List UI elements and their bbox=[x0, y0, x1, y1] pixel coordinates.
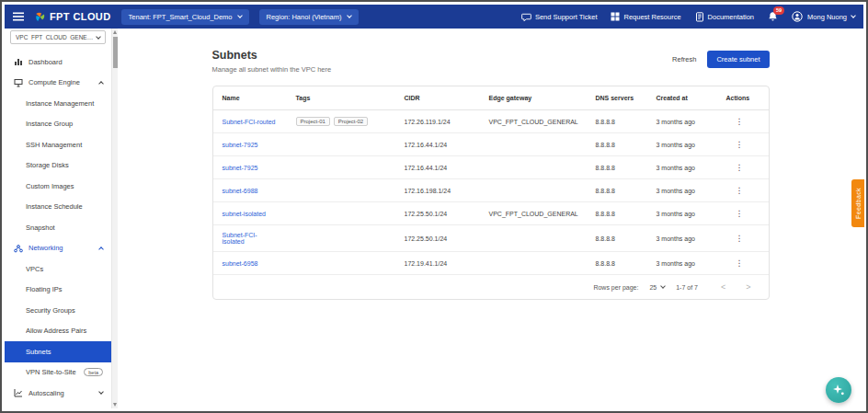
sidebar-item-label: Custom Images bbox=[26, 182, 103, 190]
tag-pill: Project-02 bbox=[334, 117, 368, 126]
beta-badge: beta bbox=[84, 368, 103, 376]
cidr-cell: 172.25.50.1/24 bbox=[395, 225, 480, 252]
sidebar-item-allow-address-pairs[interactable]: Allow Address Pairs bbox=[5, 321, 111, 342]
sidebar-item-ssh-management[interactable]: SSH Management bbox=[5, 134, 111, 155]
vpc-selector[interactable]: VPC_FPT_CLOUD_GENERAL bbox=[10, 30, 106, 44]
sidebar-item-vpn-site-to-site[interactable]: VPN Site-to-Sitebeta bbox=[5, 362, 111, 384]
edge-gateway-cell bbox=[480, 252, 587, 275]
sidebar: VPC_FPT_CLOUD_GENERAL DashboardCompute E… bbox=[5, 29, 111, 408]
create-subnet-button[interactable]: Create subnet bbox=[707, 51, 769, 68]
sidebar-item-security-groups[interactable]: Security Groups bbox=[5, 300, 111, 321]
row-actions-button[interactable]: ⋮ bbox=[726, 209, 753, 218]
sidebar-item-floating-ips[interactable]: Floating IPs bbox=[5, 280, 111, 301]
scroll-down-arrow[interactable] bbox=[113, 403, 117, 407]
subnet-name-link[interactable]: subnet-isolated bbox=[223, 211, 266, 217]
subnet-name-link[interactable]: Subnet-FCI-isolated bbox=[223, 232, 257, 245]
sidebar-item-vpcs[interactable]: VPCs bbox=[5, 258, 111, 280]
column-header-dns-servers: DNS servers bbox=[587, 86, 647, 110]
send-support-ticket-link[interactable]: Send Support Ticket bbox=[521, 12, 598, 22]
row-actions-button[interactable]: ⋮ bbox=[726, 117, 753, 126]
sidebar-item-networking[interactable]: Networking bbox=[5, 238, 111, 259]
sidebar-item-instance-management[interactable]: Instance Management bbox=[5, 93, 111, 114]
edge-gateway-cell: VPC_FPT_CLOUD_GENERAL bbox=[480, 202, 587, 225]
app-window: FPT CLOUD Tenant: FPT_Smart_Cloud_Demo R… bbox=[0, 0, 868, 413]
subnets-table: NameTagsCIDREdge gatewayDNS serversCreat… bbox=[213, 86, 770, 275]
sidebar-item-label: Storage Disks bbox=[26, 161, 103, 169]
page-title: Subnets bbox=[212, 49, 332, 62]
row-actions-button[interactable]: ⋮ bbox=[726, 140, 753, 149]
region-selector[interactable]: Region: Hanoi (Vietnam) bbox=[259, 9, 359, 25]
dns-servers-cell: 8.8.8.8 bbox=[587, 202, 647, 225]
subnet-name-link[interactable]: subnet-6958 bbox=[223, 260, 258, 267]
row-actions-button[interactable]: ⋮ bbox=[726, 186, 753, 195]
chevron-down-icon bbox=[98, 389, 104, 395]
subnet-name-link[interactable]: subnet-7925 bbox=[223, 142, 258, 148]
column-header-name: Name bbox=[213, 86, 287, 110]
sidebar-item-instance-group[interactable]: Instance Group bbox=[5, 114, 111, 135]
subnet-name-link[interactable]: subnet-7925 bbox=[223, 165, 258, 171]
dashboard-icon bbox=[14, 57, 23, 66]
ai-sparkle-icon bbox=[832, 384, 845, 396]
sidebar-item-instance-schedule[interactable]: Instance Schedule bbox=[5, 197, 111, 218]
sidebar-item-subnets[interactable]: Subnets bbox=[5, 341, 111, 362]
sidebar-item-label: Floating IPs bbox=[26, 285, 103, 293]
tenant-selector[interactable]: Tenant: FPT_Smart_Cloud_Demo bbox=[121, 9, 249, 25]
sidebar-item-compute-engine[interactable]: Compute Engine bbox=[5, 73, 111, 94]
chevron-down-icon bbox=[237, 13, 243, 18]
support-ticket-icon bbox=[521, 12, 531, 22]
created-at-cell: 3 months ago bbox=[647, 202, 717, 225]
feedback-tab[interactable]: Feedback bbox=[851, 179, 864, 227]
resource-grid-icon bbox=[611, 12, 620, 21]
fpt-logo-mark bbox=[34, 11, 46, 23]
table-row: subnet-isolated172.25.50.1/24VPC_FPT_CLO… bbox=[213, 202, 770, 225]
created-at-cell: 3 months ago bbox=[647, 252, 717, 275]
menu-icon[interactable] bbox=[13, 12, 24, 21]
cidr-cell: 172.19.41.1/24 bbox=[395, 252, 480, 275]
sidebar-item-label: Instance Group bbox=[26, 120, 103, 128]
page-subtitle: Manage all subnet within the VPC here bbox=[212, 65, 332, 74]
sidebar-scrollbar[interactable] bbox=[111, 29, 118, 408]
subnet-name-link[interactable]: subnet-6988 bbox=[223, 188, 258, 194]
document-icon bbox=[695, 12, 704, 22]
cidr-cell: 172.16.44.1/24 bbox=[395, 133, 480, 156]
notifications-button[interactable]: 59 bbox=[768, 11, 778, 22]
chevron-down-icon bbox=[96, 34, 101, 40]
created-at-cell: 3 months ago bbox=[647, 225, 717, 252]
sidebar-item-custom-images[interactable]: Custom Images bbox=[5, 176, 111, 197]
refresh-button[interactable]: Refresh bbox=[672, 55, 696, 63]
documentation-link[interactable]: Documentation bbox=[695, 12, 754, 22]
cidr-cell: 172.25.50.1/24 bbox=[395, 202, 480, 225]
sidebar-item-label: Security Groups bbox=[26, 306, 103, 315]
request-resource-link[interactable]: Request Resource bbox=[611, 12, 680, 21]
prev-page-button[interactable]: < bbox=[716, 282, 730, 292]
table-row: subnet-7925172.16.44.1/248.8.8.83 months… bbox=[213, 133, 770, 156]
created-at-cell: 3 months ago bbox=[647, 156, 717, 179]
dns-servers-cell: 8.8.8.8 bbox=[587, 252, 647, 275]
edge-gateway-cell bbox=[480, 225, 587, 252]
subnet-name-link[interactable]: Subnet-FCI-routed bbox=[223, 119, 276, 125]
notification-badge: 59 bbox=[773, 6, 784, 15]
table-row: subnet-7925172.16.44.1/248.8.8.83 months… bbox=[213, 156, 770, 179]
dns-servers-cell: 8.8.8.8 bbox=[587, 156, 647, 179]
sidebar-item-label: SSH Management bbox=[26, 141, 103, 149]
dns-servers-cell: 8.8.8.8 bbox=[587, 133, 647, 156]
sidebar-item-dashboard[interactable]: Dashboard bbox=[5, 52, 111, 73]
user-menu[interactable]: Mong Nuong bbox=[792, 11, 855, 22]
chevron-down-icon bbox=[347, 13, 352, 18]
row-actions-button[interactable]: ⋮ bbox=[726, 163, 753, 172]
scroll-up-arrow[interactable] bbox=[113, 30, 117, 34]
edge-gateway-cell: VPC_FPT_CLOUD_GENERAL bbox=[480, 110, 587, 133]
rows-per-page-select[interactable]: 25 bbox=[649, 284, 665, 291]
ai-assistant-button[interactable] bbox=[826, 377, 851, 403]
row-actions-button[interactable]: ⋮ bbox=[726, 234, 753, 243]
sidebar-item-autoscaling[interactable]: Autoscaling bbox=[5, 383, 111, 404]
sidebar-item-label: Dashboard bbox=[29, 58, 103, 66]
sidebar-item-storage-disks[interactable]: Storage Disks bbox=[5, 155, 111, 177]
subnets-table-card: NameTagsCIDREdge gatewayDNS serversCreat… bbox=[212, 86, 770, 300]
sidebar-item-snapshot[interactable]: Snapshot bbox=[5, 217, 111, 238]
next-page-button[interactable]: > bbox=[741, 282, 755, 292]
fpt-cloud-logo: FPT CLOUD bbox=[34, 11, 111, 23]
pagination-range: 1-7 of 7 bbox=[676, 284, 698, 291]
row-actions-button[interactable]: ⋮ bbox=[726, 258, 753, 268]
cidr-cell: 172.16.198.1/24 bbox=[395, 179, 480, 202]
